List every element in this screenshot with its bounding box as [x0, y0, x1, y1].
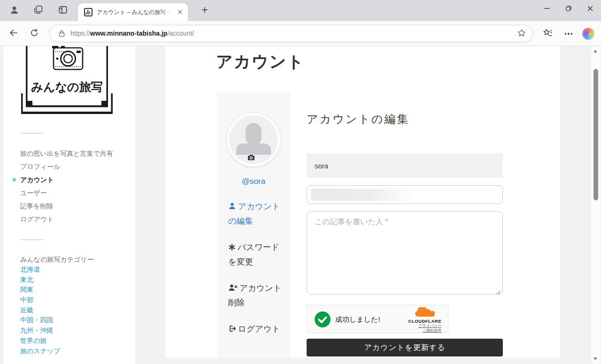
tab-actions-button[interactable]	[57, 5, 69, 17]
category-link-kinki[interactable]: 近畿	[20, 305, 61, 316]
menu-item-logout[interactable]: ログアウト	[228, 322, 285, 336]
profile-icon	[9, 5, 20, 17]
favorites-button[interactable]	[541, 27, 555, 41]
username-field[interactable]	[307, 153, 503, 178]
copilot-button[interactable]	[582, 28, 594, 40]
category-link-chugoku-shikoku[interactable]: 中国・四国	[20, 315, 61, 326]
cloudflare-brand: CLOUDFLARE プライバシー ご契約条件	[408, 307, 441, 333]
terms-link[interactable]: ご契約条件	[423, 328, 441, 333]
browser-tab[interactable]: み アカウント – みんなの旅写～写	[78, 3, 188, 21]
workspaces-icon	[33, 5, 44, 17]
main-content: アカウント @sora アカウントの編集 パスワードを変更 アカウント削	[165, 46, 560, 358]
plus-icon	[201, 7, 208, 15]
sidebar-item-logout[interactable]: ログアウト	[20, 212, 113, 226]
minimize-icon	[544, 5, 550, 13]
sidebar-item-users[interactable]: ユーザー	[20, 186, 113, 199]
url-path: /account/	[167, 30, 194, 37]
close-icon	[177, 8, 183, 16]
page-title: アカウント	[216, 51, 305, 73]
cloudflare-turnstile-widget: 成功しました! CLOUDFLARE プライバシー ご契約条件	[307, 305, 448, 333]
refresh-button[interactable]	[27, 27, 41, 41]
category-link-hokkaido[interactable]: 北海道	[20, 265, 61, 275]
workspaces-button[interactable]	[32, 5, 45, 17]
url-protocol: https://	[70, 30, 90, 37]
page-scrollbar[interactable]	[591, 46, 600, 364]
bio-textarea[interactable]	[307, 211, 503, 295]
close-icon	[587, 5, 593, 13]
restore-icon	[566, 5, 571, 13]
window-restore-button[interactable]	[559, 0, 578, 18]
cloudflare-cloud-icon	[415, 307, 435, 319]
scroll-up-arrow-icon[interactable]	[593, 50, 597, 53]
email-field[interactable]	[307, 185, 503, 204]
scroll-down-arrow-icon[interactable]	[593, 357, 597, 360]
update-account-button[interactable]: アカウントを更新する	[307, 339, 503, 356]
site-logo[interactable]: みんなの旅写	[21, 46, 113, 118]
sidebar-tagline: 旅の思い出を写真と言葉で共有	[20, 147, 113, 160]
category-link-chubu[interactable]: 中部	[20, 295, 61, 305]
browser-window: み アカウント – みんなの旅写～写 https://www.mi	[0, 0, 601, 364]
menu-item-edit-account[interactable]: アカウントの編集	[228, 199, 285, 228]
divider	[20, 239, 44, 240]
sidebar-item-account[interactable]: ×アカウント	[20, 173, 113, 186]
star-icon	[517, 28, 526, 39]
account-menu-panel: @sora アカウントの編集 パスワードを変更 アカウント削除 ログアウト	[217, 91, 290, 358]
menu-item-change-password[interactable]: パスワードを変更	[228, 240, 285, 269]
settings-more-button[interactable]	[562, 27, 576, 41]
back-arrow-icon	[8, 28, 19, 40]
tab-close-button[interactable]	[176, 8, 184, 16]
username-link[interactable]: @sora	[217, 177, 290, 186]
ellipsis-icon	[565, 33, 573, 35]
categories-title: みんなの旅写カテゴリー	[20, 254, 94, 265]
sidebar-item-profile[interactable]: プロフィール	[20, 160, 113, 173]
privacy-link[interactable]: プライバシー	[418, 324, 441, 328]
address-bar[interactable]: https://www.minnano-tabisha.jp/account/	[49, 25, 533, 42]
url-text: https://www.minnano-tabisha.jp/account/	[70, 25, 194, 42]
window-minimize-button[interactable]	[537, 0, 557, 18]
account-menu: アカウントの編集 パスワードを変更 アカウント削除 ログアウト	[228, 199, 285, 348]
new-tab-button[interactable]	[199, 5, 210, 16]
tab-title: アカウント – みんなの旅写～写	[97, 3, 174, 21]
tab-favicon: み	[84, 8, 92, 16]
category-link-snap[interactable]: 旅のスナップ	[20, 346, 61, 356]
site-sidebar: みんなの旅写 旅の思い出を写真と言葉で共有 プロフィール ×アカウント ユーザー…	[3, 46, 135, 364]
divider	[20, 133, 44, 134]
url-domain: www.minnano-tabisha.jp	[90, 30, 167, 37]
category-link-tohoku[interactable]: 東北	[20, 275, 61, 285]
category-link-kanto[interactable]: 関東	[20, 285, 61, 295]
browser-profile-button[interactable]	[8, 5, 20, 17]
turnstile-status-text: 成功しました!	[335, 305, 380, 334]
logo-text: みんなの旅写	[31, 80, 102, 93]
window-close-button[interactable]	[580, 0, 600, 18]
cloudflare-wordmark: CLOUDFLARE	[408, 318, 441, 324]
active-marker-icon: ×	[12, 173, 16, 186]
success-check-icon	[315, 311, 331, 327]
menu-item-delete-account[interactable]: アカウント削除	[228, 281, 285, 310]
category-link-world[interactable]: 世界の旅	[20, 336, 61, 346]
change-avatar-camera-icon[interactable]	[247, 154, 255, 162]
refresh-icon	[30, 28, 39, 39]
back-button[interactable]	[7, 27, 21, 41]
favorite-this-page-button[interactable]	[516, 29, 527, 39]
sidebar-item-delete-posts[interactable]: 記事を削除	[20, 199, 113, 212]
page-viewport: みんなの旅写 旅の思い出を写真と言葉で共有 プロフィール ×アカウント ユーザー…	[0, 46, 601, 364]
avatar	[227, 113, 280, 167]
sidebar-nav: 旅の思い出を写真と言葉で共有 プロフィール ×アカウント ユーザー 記事を削除 …	[20, 147, 113, 226]
favorites-star-list-icon	[543, 28, 553, 40]
lock-icon	[58, 30, 66, 39]
form-heading: アカウントの編集	[307, 112, 409, 127]
browser-toolbar: https://www.minnano-tabisha.jp/account/	[0, 21, 601, 46]
category-link-kyushu-okinawa[interactable]: 九州・沖縄	[20, 326, 61, 336]
tab-strip: み アカウント – みんなの旅写～写	[0, 0, 601, 21]
category-list: 北海道 東北 関東 中部 近畿 中国・四国 九州・沖縄 世界の旅 旅のスナップ	[20, 265, 61, 356]
scrollbar-thumb[interactable]	[593, 69, 598, 200]
redacted-email-value	[311, 189, 415, 201]
vertical-tabs-icon	[58, 5, 68, 17]
